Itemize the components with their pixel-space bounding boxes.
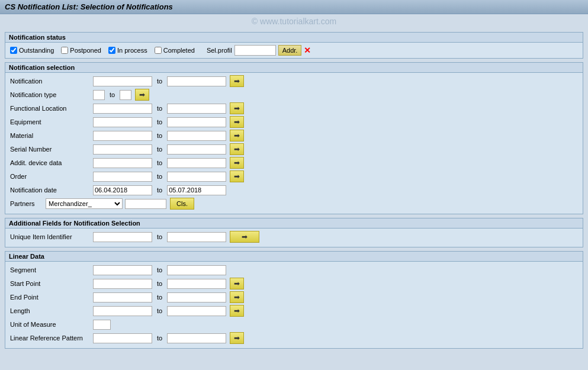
- unique-item-arrow-btn[interactable]: ➡: [230, 231, 259, 243]
- notification-status-title: Notification status: [5, 33, 583, 43]
- order-from-input[interactable]: [93, 172, 152, 182]
- serial-number-label: Serial Number: [10, 146, 93, 153]
- functional-location-row: Functional Location to ➡: [10, 102, 578, 114]
- start-point-to-input[interactable]: [167, 279, 226, 289]
- addit-device-from-input[interactable]: [93, 158, 152, 168]
- notification-type-label: Notification type: [10, 91, 93, 98]
- uom-input[interactable]: [93, 320, 111, 330]
- notification-arrow-btn[interactable]: ➡: [230, 75, 244, 87]
- end-point-arrow-btn[interactable]: ➡: [230, 291, 244, 303]
- partners-input[interactable]: [125, 199, 166, 209]
- in-process-checkbox[interactable]: [108, 47, 115, 54]
- cls-button[interactable]: Cls.: [170, 198, 194, 210]
- serial-number-row: Serial Number to ➡: [10, 143, 578, 155]
- completed-label[interactable]: Completed: [155, 47, 195, 54]
- material-arrow-btn[interactable]: ➡: [230, 130, 244, 141]
- equipment-arrow-btn[interactable]: ➡: [230, 116, 244, 128]
- notification-to-input[interactable]: [167, 76, 226, 86]
- serial-number-from-input[interactable]: [93, 144, 152, 155]
- addit-device-data-row: Addit. device data to ➡: [10, 157, 578, 169]
- postponed-label[interactable]: Postponed: [61, 47, 101, 54]
- in-process-label[interactable]: In process: [108, 47, 147, 54]
- segment-to-input[interactable]: [167, 265, 226, 275]
- notification-label: Notification: [10, 78, 93, 85]
- equipment-from-input[interactable]: [93, 117, 152, 127]
- page-title: CS Notification List: Selection of Notif…: [5, 2, 173, 11]
- notification-type-arrow-btn[interactable]: ➡: [135, 89, 149, 101]
- end-point-from-input[interactable]: [93, 292, 152, 303]
- notification-selection-body: Notification to ➡ Notification type to ➡…: [5, 73, 583, 214]
- linear-data-body: Segment to Start Point to ➡ End Point to…: [5, 262, 583, 348]
- unique-item-to-input[interactable]: [167, 232, 226, 242]
- length-row: Length to ➡: [10, 305, 578, 317]
- additional-fields-title: Additional Fields for Notification Selec…: [5, 218, 583, 229]
- functional-location-from-input[interactable]: [93, 104, 152, 114]
- notification-date-to-input[interactable]: [167, 185, 226, 195]
- equipment-label: Equipment: [10, 118, 93, 126]
- start-point-label: Start Point: [10, 280, 93, 287]
- material-to-input[interactable]: [167, 131, 226, 141]
- segment-label: Segment: [10, 266, 93, 274]
- notification-type-from-input[interactable]: [93, 90, 105, 100]
- notification-type-to-input[interactable]: [120, 90, 131, 100]
- linear-ref-arrow-btn[interactable]: ➡: [230, 332, 244, 344]
- notification-selection-section: Notification selection Notification to ➡…: [5, 62, 583, 214]
- end-point-to-input[interactable]: [167, 292, 226, 303]
- length-arrow-btn[interactable]: ➡: [230, 305, 244, 317]
- unique-item-label: Unique Item Identifier: [10, 233, 93, 240]
- length-label: Length: [10, 307, 93, 314]
- length-from-input[interactable]: [93, 306, 152, 316]
- start-point-arrow-btn[interactable]: ➡: [230, 278, 244, 289]
- linear-data-section: Linear Data Segment to Start Point to ➡ …: [5, 251, 583, 349]
- outstanding-checkbox[interactable]: [10, 47, 17, 54]
- notification-date-row: Notification date to: [10, 184, 578, 196]
- functional-location-label: Functional Location: [10, 105, 93, 112]
- notification-from-input[interactable]: [93, 76, 152, 86]
- order-arrow-btn[interactable]: ➡: [230, 170, 244, 182]
- serial-number-arrow-btn[interactable]: ➡: [230, 143, 244, 155]
- outstanding-label[interactable]: Outstanding: [10, 47, 54, 54]
- sel-profil-input[interactable]: [234, 45, 276, 56]
- segment-row: Segment to: [10, 264, 578, 276]
- linear-ref-to-input[interactable]: [167, 333, 226, 343]
- addit-device-to-input[interactable]: [167, 158, 226, 168]
- uom-row: Unit of Measure: [10, 318, 578, 330]
- material-from-input[interactable]: [93, 131, 152, 141]
- sel-profil-label: Sel.profil: [207, 47, 232, 54]
- linear-ref-pattern-label: Linear Reference Pattern: [10, 334, 93, 342]
- order-label: Order: [10, 173, 93, 180]
- order-to-input[interactable]: [167, 172, 226, 182]
- addr-button[interactable]: Addr.: [278, 45, 302, 56]
- equipment-row: Equipment to ➡: [10, 116, 578, 128]
- additional-fields-section: Additional Fields for Notification Selec…: [5, 218, 583, 247]
- partners-select[interactable]: Merchandizer_: [46, 198, 123, 209]
- end-point-label: End Point: [10, 294, 93, 301]
- functional-location-to-input[interactable]: [167, 104, 226, 114]
- unique-item-from-input[interactable]: [93, 232, 152, 242]
- linear-ref-from-input[interactable]: [93, 333, 152, 343]
- watermark: © www.tutorialkart.com: [0, 14, 588, 28]
- linear-ref-pattern-row: Linear Reference Pattern to ➡: [10, 332, 578, 344]
- linear-data-title: Linear Data: [5, 252, 583, 262]
- delete-icon[interactable]: ✕: [304, 46, 311, 55]
- segment-from-input[interactable]: [93, 265, 152, 275]
- serial-number-to-input[interactable]: [167, 144, 226, 155]
- uom-label: Unit of Measure: [10, 321, 93, 328]
- sel-profil-group: Sel.profil Addr. ✕: [207, 45, 311, 56]
- notification-status-section: Notification status Outstanding Postpone…: [5, 32, 583, 59]
- notification-date-label: Notification date: [10, 186, 93, 194]
- length-to-input[interactable]: [167, 306, 226, 316]
- start-point-from-input[interactable]: [93, 279, 152, 289]
- functional-location-arrow-btn[interactable]: ➡: [230, 102, 244, 114]
- addit-device-arrow-btn[interactable]: ➡: [230, 157, 244, 169]
- partners-label: Partners: [10, 200, 46, 207]
- status-row: Outstanding Postponed In process Complet…: [5, 43, 583, 58]
- start-point-row: Start Point to ➡: [10, 278, 578, 289]
- additional-fields-body: Unique Item Identifier to ➡: [5, 229, 583, 247]
- postponed-checkbox[interactable]: [61, 47, 68, 54]
- partners-row: Partners Merchandizer_ Cls.: [10, 198, 578, 210]
- equipment-to-input[interactable]: [167, 117, 226, 127]
- notification-date-from-input[interactable]: [93, 185, 152, 195]
- material-row: Material to ➡: [10, 130, 578, 141]
- completed-checkbox[interactable]: [155, 47, 162, 54]
